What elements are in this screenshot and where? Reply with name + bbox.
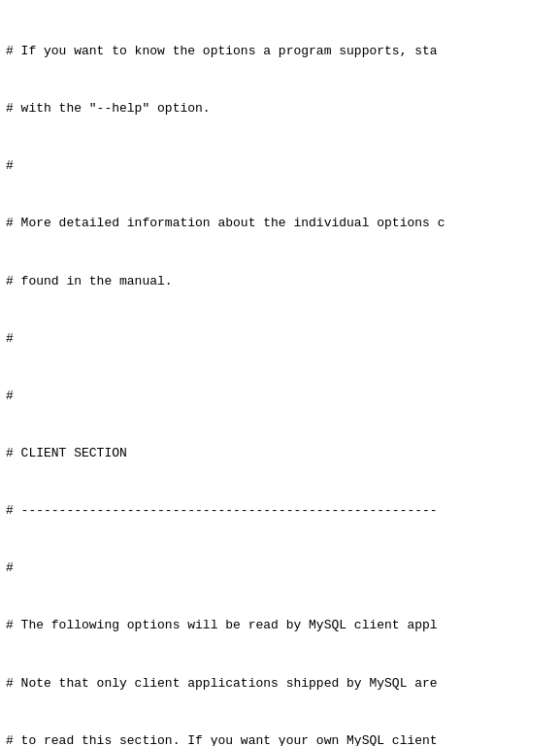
line-2: # with the "--help" option. — [6, 99, 554, 119]
line-13: # to read this section. If you want your… — [6, 731, 554, 746]
line-7: # — [6, 387, 554, 406]
line-5: # found in the manual. — [6, 272, 554, 291]
line-6: # — [6, 329, 554, 349]
line-3: # — [6, 156, 554, 176]
line-10: # — [6, 559, 554, 578]
line-12: # Note that only client applications shi… — [6, 674, 554, 694]
line-4: # More detailed information about the in… — [6, 214, 554, 233]
line-8: # CLIENT SECTION — [6, 444, 554, 463]
line-1: # If you want to know the options a prog… — [6, 42, 554, 61]
line-9: # --------------------------------------… — [6, 501, 554, 521]
editor-content: # If you want to know the options a prog… — [0, 0, 560, 746]
line-11: # The following options will be read by … — [6, 616, 554, 635]
